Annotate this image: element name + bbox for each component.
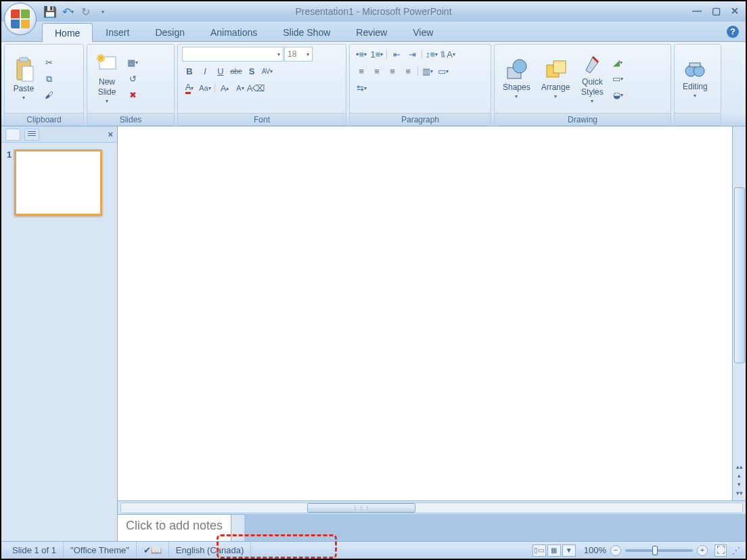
thumbnail-item[interactable]: 1 (7, 149, 112, 216)
horizontal-scrollbar[interactable]: ⋮⋮⋮ (118, 500, 746, 514)
app-window: 💾 ↶▾ ↻ ▾ Presentation1 - Microsoft Power… (0, 0, 747, 560)
font-color-button[interactable]: A▾ (182, 80, 197, 95)
shrink-font-button[interactable]: A▾ (233, 80, 248, 95)
maximize-button[interactable]: ▢ (709, 4, 723, 18)
copy-button[interactable]: ⧉ (41, 72, 56, 87)
sorter-view-button[interactable]: ▦ (547, 544, 561, 557)
tab-home[interactable]: Home (42, 23, 93, 42)
tab-review[interactable]: Review (343, 22, 400, 41)
align-center-button[interactable]: ≡ (369, 64, 384, 78)
font-name-combo[interactable]: ▾ (182, 47, 284, 62)
normal-view-button[interactable]: ▯▭ (533, 544, 546, 557)
scroll-down-button[interactable]: ▾ (734, 481, 745, 489)
close-button[interactable]: ✕ (728, 4, 742, 18)
status-bar: Slide 1 of 1 "Office Theme" ✔📖 English (… (1, 541, 746, 559)
font-size-value: 18 (288, 49, 296, 59)
decrease-indent-button[interactable]: ⇤ (389, 47, 404, 62)
vertical-scrollbar[interactable]: ▴▴ ▴ ▾ ▾▾ (732, 126, 746, 500)
underline-button[interactable]: U (213, 64, 228, 78)
slideshow-view-button[interactable]: ▼ (562, 544, 576, 557)
save-button[interactable]: 💾 (42, 3, 58, 20)
justify-button[interactable]: ≡ (401, 64, 415, 78)
change-case-button[interactable]: Aa▾ (198, 80, 212, 95)
scrollbar-track[interactable]: ⋮⋮⋮ (120, 503, 743, 513)
slide-thumbnail[interactable] (14, 149, 102, 216)
text-direction-button[interactable]: ⥮A▾ (440, 47, 455, 62)
columns-button[interactable]: ▥▾ (420, 64, 435, 78)
format-painter-button[interactable]: 🖌 (41, 88, 56, 103)
scroll-up-button[interactable]: ▴ (734, 472, 745, 480)
next-slide-button[interactable]: ▾▾ (734, 490, 745, 498)
char-spacing-button[interactable]: AV▾ (260, 64, 275, 78)
help-button[interactable]: ? (727, 26, 739, 38)
shape-fill-button[interactable]: ◢▾ (610, 55, 625, 70)
delete-slide-button[interactable]: ✖ (125, 88, 140, 103)
line-spacing-button[interactable]: ↕≡▾ (424, 47, 439, 62)
tab-view[interactable]: View (400, 22, 446, 41)
reset-button[interactable]: ↺ (125, 72, 140, 87)
bold-button[interactable]: B (182, 64, 197, 78)
increase-indent-button[interactable]: ⇥ (405, 47, 420, 62)
convert-smartart-button[interactable]: ⇆▾ (354, 80, 369, 95)
clear-formatting-button[interactable]: A⌫ (248, 80, 263, 95)
zoom-slider[interactable] (625, 549, 693, 552)
paste-button[interactable]: Paste ▾ (9, 55, 39, 103)
zoom-out-button[interactable]: − (610, 545, 621, 556)
save-icon: 💾 (43, 5, 57, 18)
tab-design[interactable]: Design (142, 22, 198, 41)
undo-button[interactable]: ↶▾ (60, 3, 76, 20)
outline-tab[interactable] (24, 129, 39, 141)
zoom-level[interactable]: 100% (584, 545, 606, 555)
qat-customize-button[interactable]: ▾ (95, 3, 111, 20)
view-buttons: ▯▭ ▦ ▼ (528, 544, 580, 557)
text-shadow-button[interactable]: S (244, 64, 259, 78)
align-text-button[interactable]: ▭▾ (436, 64, 451, 78)
strikethrough-button[interactable]: abc (229, 64, 244, 78)
group-paragraph: •≡▾ 1≡▾ ⇤ ⇥ ↕≡▾ ⥮A▾ ≡ ≡ ≡ ≡ ▥▾ ▭▾ (349, 44, 491, 126)
shape-outline-button[interactable]: ▭▾ (610, 72, 625, 87)
notes-scrollbar[interactable] (231, 514, 244, 541)
shape-effects-button[interactable]: ◒▾ (610, 88, 625, 103)
cut-button[interactable]: ✂ (41, 55, 56, 70)
svg-point-6 (513, 60, 526, 73)
language-button[interactable]: English (Canada) (169, 542, 251, 559)
arrange-button[interactable]: Arrange▾ (537, 57, 574, 101)
office-button[interactable] (4, 3, 37, 35)
zoom-slider-thumb[interactable] (652, 546, 658, 555)
ribbon: Paste ▾ ✂ ⧉ 🖌 Clipboard New Slide ▾ (1, 42, 746, 126)
italic-button[interactable]: I (198, 64, 212, 78)
fit-to-window-button[interactable]: ⛶ (715, 544, 727, 557)
layout-button[interactable]: ▦▾ (125, 55, 140, 70)
font-size-combo[interactable]: 18▾ (284, 47, 313, 62)
shapes-button[interactable]: Shapes▾ (499, 57, 535, 101)
bullets-button[interactable]: •≡▾ (354, 47, 369, 62)
spellcheck-button[interactable]: ✔📖 (137, 542, 169, 559)
slide-count[interactable]: Slide 1 of 1 (5, 542, 64, 559)
zoom-in-button[interactable]: + (697, 545, 708, 556)
notes-pane[interactable]: Click to add notes (118, 514, 231, 541)
tab-insert[interactable]: Insert (93, 22, 142, 41)
title-bar: 💾 ↶▾ ↻ ▾ Presentation1 - Microsoft Power… (1, 1, 746, 22)
grow-font-button[interactable]: A▴ (217, 80, 232, 95)
chevron-down-icon: ▾ (515, 93, 518, 100)
slides-tab[interactable] (5, 129, 20, 141)
align-right-button[interactable]: ≡ (385, 64, 400, 78)
numbering-button[interactable]: 1≡▾ (369, 47, 384, 62)
new-slide-button[interactable]: New Slide ▾ (91, 51, 122, 106)
quick-styles-button[interactable]: Quick Styles▾ (576, 51, 608, 106)
tab-animations[interactable]: Animations (198, 22, 270, 41)
slide-canvas[interactable] (118, 126, 732, 500)
editing-button[interactable]: Editing▾ (679, 57, 712, 101)
tab-slide-show[interactable]: Slide Show (270, 22, 343, 41)
theme-name[interactable]: "Office Theme" (64, 542, 137, 559)
office-logo-icon (11, 9, 30, 28)
thumbnail-list: 1 (1, 143, 117, 541)
panel-close-button[interactable]: × (108, 129, 113, 139)
resize-grip[interactable]: ⋰ (731, 546, 742, 555)
scrollbar-thumb[interactable]: ⋮⋮⋮ (307, 503, 415, 513)
align-left-button[interactable]: ≡ (354, 64, 369, 78)
redo-button[interactable]: ↻ (77, 3, 93, 20)
scrollbar-thumb[interactable] (734, 187, 745, 363)
minimize-button[interactable]: — (690, 4, 704, 18)
prev-slide-button[interactable]: ▴▴ (734, 463, 745, 471)
